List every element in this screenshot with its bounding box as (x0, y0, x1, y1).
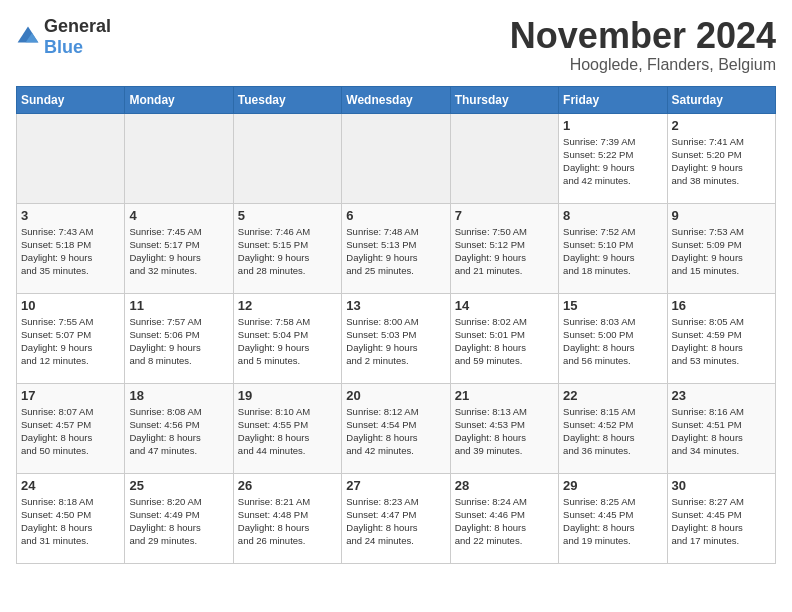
column-header-friday: Friday (559, 86, 667, 113)
day-info: Sunrise: 7:52 AM Sunset: 5:10 PM Dayligh… (563, 225, 662, 278)
calendar-cell: 10Sunrise: 7:55 AM Sunset: 5:07 PM Dayli… (17, 293, 125, 383)
column-header-thursday: Thursday (450, 86, 558, 113)
calendar-cell: 24Sunrise: 8:18 AM Sunset: 4:50 PM Dayli… (17, 473, 125, 563)
logo-blue: Blue (44, 37, 83, 57)
day-number: 16 (672, 298, 771, 313)
day-info: Sunrise: 7:53 AM Sunset: 5:09 PM Dayligh… (672, 225, 771, 278)
calendar-cell: 27Sunrise: 8:23 AM Sunset: 4:47 PM Dayli… (342, 473, 450, 563)
calendar-cell: 16Sunrise: 8:05 AM Sunset: 4:59 PM Dayli… (667, 293, 775, 383)
day-number: 20 (346, 388, 445, 403)
calendar-cell: 21Sunrise: 8:13 AM Sunset: 4:53 PM Dayli… (450, 383, 558, 473)
column-header-wednesday: Wednesday (342, 86, 450, 113)
day-number: 12 (238, 298, 337, 313)
day-number: 27 (346, 478, 445, 493)
day-info: Sunrise: 7:46 AM Sunset: 5:15 PM Dayligh… (238, 225, 337, 278)
calendar-table: SundayMondayTuesdayWednesdayThursdayFrid… (16, 86, 776, 564)
calendar-cell: 6Sunrise: 7:48 AM Sunset: 5:13 PM Daylig… (342, 203, 450, 293)
day-number: 11 (129, 298, 228, 313)
week-row-1: 1Sunrise: 7:39 AM Sunset: 5:22 PM Daylig… (17, 113, 776, 203)
calendar-cell: 20Sunrise: 8:12 AM Sunset: 4:54 PM Dayli… (342, 383, 450, 473)
logo-general: General (44, 16, 111, 36)
day-number: 28 (455, 478, 554, 493)
day-number: 22 (563, 388, 662, 403)
day-number: 18 (129, 388, 228, 403)
day-number: 24 (21, 478, 120, 493)
calendar-cell (233, 113, 341, 203)
day-info: Sunrise: 8:03 AM Sunset: 5:00 PM Dayligh… (563, 315, 662, 368)
day-number: 23 (672, 388, 771, 403)
day-info: Sunrise: 7:48 AM Sunset: 5:13 PM Dayligh… (346, 225, 445, 278)
column-header-sunday: Sunday (17, 86, 125, 113)
calendar-cell: 8Sunrise: 7:52 AM Sunset: 5:10 PM Daylig… (559, 203, 667, 293)
calendar-cell: 2Sunrise: 7:41 AM Sunset: 5:20 PM Daylig… (667, 113, 775, 203)
week-row-2: 3Sunrise: 7:43 AM Sunset: 5:18 PM Daylig… (17, 203, 776, 293)
day-info: Sunrise: 8:05 AM Sunset: 4:59 PM Dayligh… (672, 315, 771, 368)
day-info: Sunrise: 8:16 AM Sunset: 4:51 PM Dayligh… (672, 405, 771, 458)
column-header-monday: Monday (125, 86, 233, 113)
day-info: Sunrise: 8:08 AM Sunset: 4:56 PM Dayligh… (129, 405, 228, 458)
calendar-cell: 4Sunrise: 7:45 AM Sunset: 5:17 PM Daylig… (125, 203, 233, 293)
day-info: Sunrise: 8:10 AM Sunset: 4:55 PM Dayligh… (238, 405, 337, 458)
day-info: Sunrise: 8:12 AM Sunset: 4:54 PM Dayligh… (346, 405, 445, 458)
day-info: Sunrise: 8:00 AM Sunset: 5:03 PM Dayligh… (346, 315, 445, 368)
day-info: Sunrise: 8:23 AM Sunset: 4:47 PM Dayligh… (346, 495, 445, 548)
column-header-saturday: Saturday (667, 86, 775, 113)
day-info: Sunrise: 8:21 AM Sunset: 4:48 PM Dayligh… (238, 495, 337, 548)
calendar-cell: 15Sunrise: 8:03 AM Sunset: 5:00 PM Dayli… (559, 293, 667, 383)
day-number: 9 (672, 208, 771, 223)
day-number: 25 (129, 478, 228, 493)
calendar-cell: 18Sunrise: 8:08 AM Sunset: 4:56 PM Dayli… (125, 383, 233, 473)
calendar-cell: 13Sunrise: 8:00 AM Sunset: 5:03 PM Dayli… (342, 293, 450, 383)
day-number: 15 (563, 298, 662, 313)
day-number: 2 (672, 118, 771, 133)
calendar-cell: 19Sunrise: 8:10 AM Sunset: 4:55 PM Dayli… (233, 383, 341, 473)
calendar-cell: 1Sunrise: 7:39 AM Sunset: 5:22 PM Daylig… (559, 113, 667, 203)
day-number: 13 (346, 298, 445, 313)
day-info: Sunrise: 7:50 AM Sunset: 5:12 PM Dayligh… (455, 225, 554, 278)
calendar-cell: 14Sunrise: 8:02 AM Sunset: 5:01 PM Dayli… (450, 293, 558, 383)
page-header: General Blue November 2024 Hooglede, Fla… (16, 16, 776, 74)
calendar-cell: 22Sunrise: 8:15 AM Sunset: 4:52 PM Dayli… (559, 383, 667, 473)
title-area: November 2024 Hooglede, Flanders, Belgiu… (510, 16, 776, 74)
week-row-3: 10Sunrise: 7:55 AM Sunset: 5:07 PM Dayli… (17, 293, 776, 383)
calendar-cell: 17Sunrise: 8:07 AM Sunset: 4:57 PM Dayli… (17, 383, 125, 473)
logo-text: General Blue (44, 16, 111, 58)
day-number: 30 (672, 478, 771, 493)
day-info: Sunrise: 7:43 AM Sunset: 5:18 PM Dayligh… (21, 225, 120, 278)
calendar-cell (125, 113, 233, 203)
day-number: 3 (21, 208, 120, 223)
calendar-cell: 26Sunrise: 8:21 AM Sunset: 4:48 PM Dayli… (233, 473, 341, 563)
logo-icon (16, 25, 40, 49)
day-info: Sunrise: 8:27 AM Sunset: 4:45 PM Dayligh… (672, 495, 771, 548)
day-number: 7 (455, 208, 554, 223)
day-number: 6 (346, 208, 445, 223)
calendar-cell: 29Sunrise: 8:25 AM Sunset: 4:45 PM Dayli… (559, 473, 667, 563)
calendar-cell: 9Sunrise: 7:53 AM Sunset: 5:09 PM Daylig… (667, 203, 775, 293)
day-number: 26 (238, 478, 337, 493)
calendar-body: 1Sunrise: 7:39 AM Sunset: 5:22 PM Daylig… (17, 113, 776, 563)
day-number: 21 (455, 388, 554, 403)
calendar-cell: 12Sunrise: 7:58 AM Sunset: 5:04 PM Dayli… (233, 293, 341, 383)
day-number: 14 (455, 298, 554, 313)
day-number: 5 (238, 208, 337, 223)
calendar-cell (450, 113, 558, 203)
calendar-cell: 5Sunrise: 7:46 AM Sunset: 5:15 PM Daylig… (233, 203, 341, 293)
day-info: Sunrise: 8:18 AM Sunset: 4:50 PM Dayligh… (21, 495, 120, 548)
day-info: Sunrise: 8:24 AM Sunset: 4:46 PM Dayligh… (455, 495, 554, 548)
location-title: Hooglede, Flanders, Belgium (510, 56, 776, 74)
calendar-cell: 25Sunrise: 8:20 AM Sunset: 4:49 PM Dayli… (125, 473, 233, 563)
day-number: 8 (563, 208, 662, 223)
month-title: November 2024 (510, 16, 776, 56)
logo: General Blue (16, 16, 111, 58)
calendar-cell: 23Sunrise: 8:16 AM Sunset: 4:51 PM Dayli… (667, 383, 775, 473)
day-number: 19 (238, 388, 337, 403)
day-number: 17 (21, 388, 120, 403)
week-row-5: 24Sunrise: 8:18 AM Sunset: 4:50 PM Dayli… (17, 473, 776, 563)
calendar-cell: 30Sunrise: 8:27 AM Sunset: 4:45 PM Dayli… (667, 473, 775, 563)
calendar-header-row: SundayMondayTuesdayWednesdayThursdayFrid… (17, 86, 776, 113)
day-info: Sunrise: 7:55 AM Sunset: 5:07 PM Dayligh… (21, 315, 120, 368)
calendar-cell (342, 113, 450, 203)
day-number: 10 (21, 298, 120, 313)
day-info: Sunrise: 7:45 AM Sunset: 5:17 PM Dayligh… (129, 225, 228, 278)
day-info: Sunrise: 7:58 AM Sunset: 5:04 PM Dayligh… (238, 315, 337, 368)
